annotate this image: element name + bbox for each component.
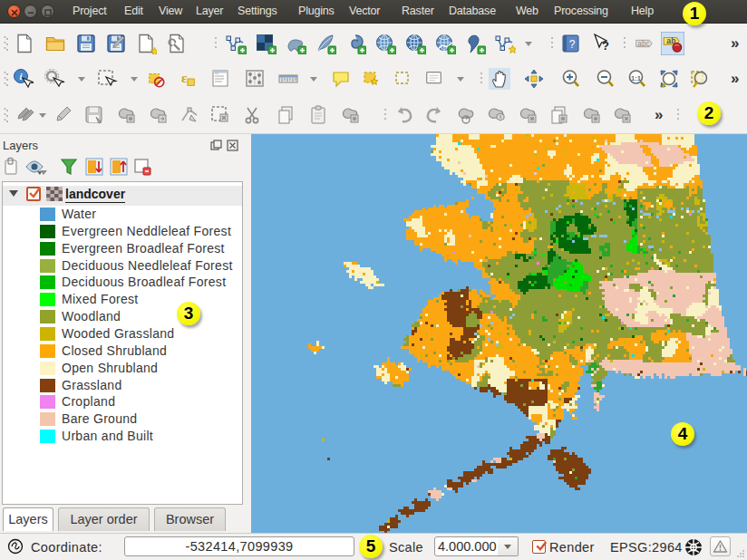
svg-text:?: ? — [602, 39, 609, 53]
svg-text:1:1: 1:1 — [631, 74, 641, 82]
svg-text:abc: abc — [637, 40, 649, 48]
svg-text:?: ? — [569, 38, 576, 51]
svg-text:ε: ε — [181, 71, 187, 85]
